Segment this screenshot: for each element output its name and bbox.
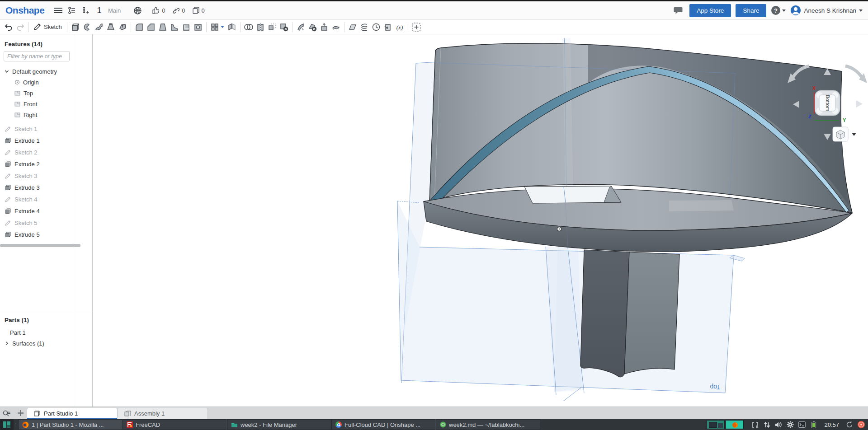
feature-item-sketch-4[interactable]: Sketch 4 xyxy=(0,193,92,205)
tree-plane-top[interactable]: Top xyxy=(0,88,92,98)
feature-item-extrude-1[interactable]: Extrude 1 xyxy=(0,135,92,146)
screen-recorder-icon[interactable] xyxy=(856,420,866,430)
onshape-logo[interactable]: Onshape xyxy=(5,5,44,16)
volume-tray-icon[interactable] xyxy=(774,420,783,430)
chat-feedback-icon[interactable] xyxy=(671,4,685,17)
clipboard-tray-icon[interactable] xyxy=(750,420,760,430)
terminal-tray-icon[interactable] xyxy=(797,420,807,430)
sketch-button[interactable] xyxy=(31,21,43,33)
feature-item-extrude-3[interactable]: Extrude 3 xyxy=(0,182,92,193)
part-item[interactable]: Part 1 xyxy=(0,327,92,338)
pedestal-stem[interactable] xyxy=(580,250,679,377)
taskbar-window-freecad[interactable]: FreeCAD xyxy=(123,419,227,430)
tool-extrude-icon[interactable] xyxy=(70,21,81,33)
help-menu[interactable]: ? xyxy=(771,5,786,15)
settings-gear-icon[interactable] xyxy=(785,420,795,430)
tool-shell-icon[interactable] xyxy=(180,21,192,33)
tool-transform-icon[interactable] xyxy=(266,21,278,33)
tree-default-geometry[interactable]: Default geometry xyxy=(0,66,92,77)
workspace-2[interactable] xyxy=(726,420,744,429)
tab-assembly-1[interactable]: Assembly 1 xyxy=(118,408,208,419)
tool-project-curve-icon[interactable] xyxy=(382,21,394,33)
tool-helix-icon[interactable] xyxy=(359,21,370,33)
feature-item-extrude-2[interactable]: Extrude 2 xyxy=(0,158,92,170)
tool-move-face-icon[interactable] xyxy=(318,21,330,33)
pattern-dropdown-caret[interactable] xyxy=(221,26,224,28)
session-restart-icon[interactable] xyxy=(844,420,854,430)
tool-loft-icon[interactable] xyxy=(105,21,117,33)
tool-fillet-icon[interactable] xyxy=(133,21,145,33)
tool-revolve-surface-icon[interactable] xyxy=(370,21,382,33)
workspace-pager[interactable] xyxy=(707,420,744,429)
sketch-button-label[interactable]: Sketch xyxy=(44,23,62,30)
redo-button[interactable] xyxy=(14,21,26,33)
tool-rib-icon[interactable] xyxy=(169,21,180,33)
feature-filter-input[interactable] xyxy=(4,51,70,61)
insert-element-icon[interactable] xyxy=(79,4,92,17)
tree-plane-front[interactable]: Front xyxy=(0,98,92,109)
tool-delete-part-icon[interactable] xyxy=(278,21,290,33)
slot-pocket[interactable] xyxy=(524,186,621,203)
tool-offset-surface-icon[interactable] xyxy=(330,21,342,33)
tool-thicken-icon[interactable] xyxy=(117,21,128,33)
taskbar-clock[interactable]: 20:57 xyxy=(824,421,839,428)
window-manager-icon[interactable] xyxy=(0,419,14,430)
tool-boolean-icon[interactable] xyxy=(243,21,255,33)
view-options-button[interactable] xyxy=(833,127,856,141)
tool-sweep-icon[interactable] xyxy=(93,21,105,33)
workspace-1[interactable] xyxy=(707,420,725,429)
help-caret-icon xyxy=(782,9,786,12)
copies-counter[interactable]: 0 xyxy=(193,7,205,14)
feature-item-extrude-4[interactable]: Extrude 4 xyxy=(0,205,92,217)
graphics-area[interactable]: Top xyxy=(93,34,868,407)
feature-item-sketch-5[interactable]: Sketch 5 xyxy=(0,217,92,229)
surfaces-group[interactable]: Surfaces (1) xyxy=(0,338,92,349)
tool-hole-icon[interactable] xyxy=(192,21,204,33)
extrude-icon xyxy=(5,137,11,144)
feature-item-sketch-3[interactable]: Sketch 3 xyxy=(0,170,92,182)
add-tab-button[interactable] xyxy=(14,407,27,419)
origin-marker[interactable] xyxy=(557,227,561,231)
app-store-button[interactable]: App Store xyxy=(689,4,731,17)
manage-tabs-icon[interactable] xyxy=(0,407,14,419)
tool-add-custom-feature-icon[interactable] xyxy=(410,21,422,33)
features-horizontal-scrollbar[interactable] xyxy=(0,244,80,247)
tool-mirror-icon[interactable] xyxy=(226,21,238,33)
document-title[interactable]: 1 xyxy=(97,5,102,15)
feature-item-sketch-1[interactable]: Sketch 1 xyxy=(0,123,92,135)
rotate-cw-arrow[interactable] xyxy=(845,66,863,79)
tree-origin[interactable]: Origin xyxy=(0,77,92,88)
tab-part-studio-1[interactable]: Part Studio 1 xyxy=(27,408,118,419)
user-caret-icon xyxy=(859,9,863,12)
tree-plane-right[interactable]: Right xyxy=(0,109,92,120)
hamburger-menu-icon[interactable] xyxy=(52,4,65,17)
likes-counter[interactable]: 0 xyxy=(152,7,165,14)
taskbar-window-chrome[interactable]: Full-Cloud CAD | Onshape ... xyxy=(331,419,436,430)
tool-revolve-icon[interactable] xyxy=(81,21,93,33)
feature-item-extrude-5[interactable]: Extrude 5 xyxy=(0,229,92,240)
tool-split-icon[interactable] xyxy=(255,21,266,33)
taskbar-window-file-manager[interactable]: week2 - File Manager xyxy=(227,419,331,430)
globe-share-status-icon[interactable] xyxy=(131,4,144,17)
tool-draft-icon[interactable] xyxy=(157,21,169,33)
tool-delete-face-icon[interactable] xyxy=(307,21,318,33)
links-counter[interactable]: 0 xyxy=(172,7,185,14)
undo-button[interactable] xyxy=(3,21,14,33)
share-button[interactable]: Share xyxy=(736,4,766,17)
tool-linear-pattern-icon[interactable] xyxy=(209,21,221,33)
rotate-right-arrow[interactable] xyxy=(856,100,863,108)
tool-variable-icon[interactable]: (x) xyxy=(394,21,406,33)
user-menu[interactable]: Aneesh S Krishnan xyxy=(790,5,863,16)
parts-section: Parts (1) Part 1 Surfaces (1) xyxy=(0,311,92,349)
tool-chamfer-icon[interactable] xyxy=(145,21,157,33)
versions-history-icon[interactable] xyxy=(65,4,79,17)
battery-tray-icon[interactable] xyxy=(809,420,819,430)
feature-item-sketch-2[interactable]: Sketch 2 xyxy=(0,146,92,158)
workspace-name[interactable]: Main xyxy=(108,7,121,14)
taskbar-window-editor[interactable]: week2.md — ~/fablabkochi... xyxy=(436,419,540,430)
plane-icon xyxy=(14,112,20,117)
network-tray-icon[interactable] xyxy=(762,420,772,430)
tool-plane-icon[interactable] xyxy=(347,21,359,33)
tool-fillet-surface-icon[interactable] xyxy=(295,21,307,33)
taskbar-window-firefox[interactable]: 1 | Part Studio 1 - Mozilla ... xyxy=(18,419,123,430)
